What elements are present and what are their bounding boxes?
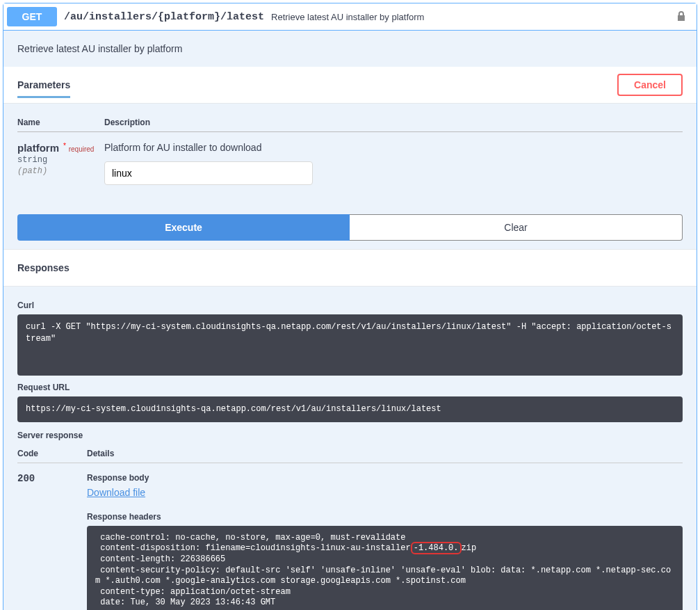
- curl-label: Curl: [17, 300, 683, 310]
- execute-button[interactable]: Execute: [17, 214, 350, 241]
- col-header-description: Description: [104, 118, 683, 127]
- response-row: 200 Response body Download file Response…: [17, 463, 683, 610]
- param-description: Platform for AU installer to download: [104, 142, 683, 153]
- param-location: (path): [17, 166, 104, 176]
- param-table-head: Name Description: [17, 111, 683, 132]
- response-headers-block[interactable]: cache-control: no-cache, no-store, max-a…: [87, 526, 683, 610]
- operation-block: GET /au/installers/{platform}/latest Ret…: [3, 3, 697, 610]
- operation-summary[interactable]: GET /au/installers/{platform}/latest Ret…: [3, 3, 697, 31]
- parameters-title: Parameters: [17, 79, 70, 98]
- cancel-button[interactable]: Cancel: [617, 74, 683, 96]
- endpoint-summary-text: Retrieve latest AU installer by platform: [271, 12, 424, 22]
- clear-button[interactable]: Clear: [350, 214, 683, 241]
- col-header-code: Code: [17, 449, 87, 458]
- required-text: required: [69, 145, 95, 153]
- endpoint-path: /au/installers/{platform}/latest: [64, 11, 264, 23]
- request-url-block[interactable]: https://my-ci-system.cloudinsights-qa.ne…: [17, 396, 683, 422]
- version-highlight: -1.484.0.: [411, 542, 462, 554]
- operation-body: Retrieve latest AU installer by platform…: [3, 31, 697, 610]
- responses-title: Responses: [3, 249, 697, 287]
- response-body-label: Response body: [87, 473, 683, 483]
- curl-command-block[interactable]: curl -X GET "https://my-ci-system.cloudi…: [17, 314, 683, 376]
- responses-body: Curl curl -X GET "https://my-ci-system.c…: [3, 287, 697, 610]
- lock-icon[interactable]: [676, 10, 686, 24]
- operation-description: Retrieve latest AU installer by platform: [3, 31, 697, 67]
- platform-input[interactable]: [104, 161, 313, 185]
- download-file-link[interactable]: Download file: [87, 487, 145, 498]
- col-header-name: Name: [17, 118, 104, 127]
- required-star: *: [63, 142, 66, 150]
- param-type: string: [17, 155, 104, 165]
- request-url-label: Request URL: [17, 383, 683, 392]
- response-code: 200: [17, 473, 87, 610]
- response-table-head: Code Details: [17, 444, 683, 463]
- param-name: platform: [17, 142, 59, 154]
- col-header-details: Details: [87, 449, 683, 458]
- parameters-header-row: Parameters Cancel: [3, 67, 697, 104]
- headers-text-pre: cache-control: no-cache, no-store, max-a…: [95, 533, 411, 554]
- parameters-table: Name Description platform * required str…: [3, 104, 697, 206]
- param-row-platform: platform * required string (path) Platfo…: [17, 132, 683, 192]
- action-button-row: Execute Clear: [3, 206, 697, 249]
- response-headers-label: Response headers: [87, 512, 683, 522]
- http-method-badge: GET: [7, 7, 57, 26]
- headers-text-zip: zip: [462, 543, 477, 553]
- server-response-label: Server response: [17, 431, 683, 440]
